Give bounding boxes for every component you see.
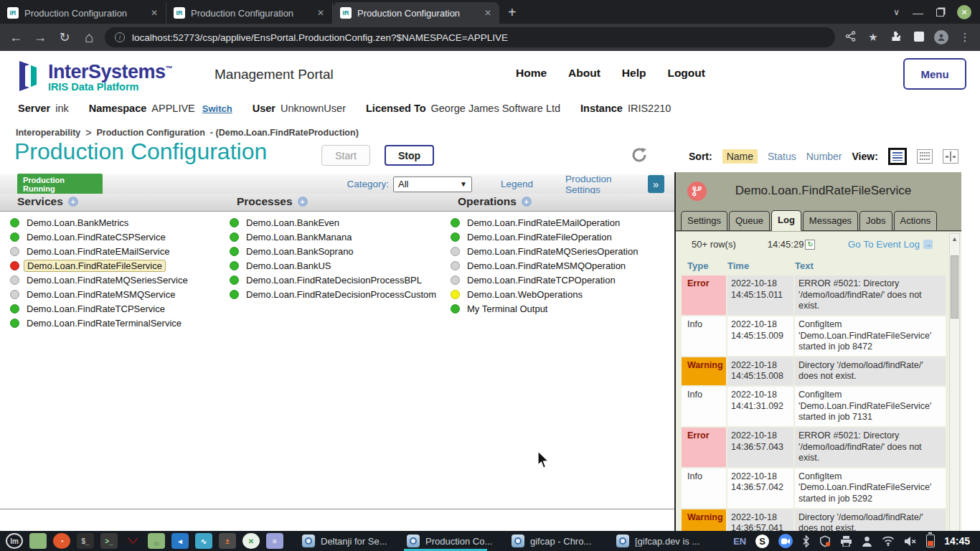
nav-link-help[interactable]: Help: [622, 67, 646, 80]
profile-avatar[interactable]: [934, 30, 950, 44]
category-select[interactable]: All▼: [393, 176, 472, 192]
taskbar-window-button[interactable]: [gifcap.dev is ...: [611, 531, 715, 551]
production-item[interactable]: Demo.Loan.FindRateMSMQOperation: [451, 258, 638, 273]
production-item[interactable]: Demo.Loan.FindRateDecisionProcessBPL: [230, 273, 436, 287]
breadcrumb-page[interactable]: Production Configuration: [96, 128, 204, 138]
production-item[interactable]: Demo.Loan.FindRateTerminalService: [10, 316, 188, 330]
production-item[interactable]: Demo.Loan.FindRateMQSeriesOperation: [451, 244, 638, 258]
production-item[interactable]: Demo.Loan.FindRateMSMQService: [10, 287, 188, 301]
sort-by-name[interactable]: Name: [722, 149, 758, 164]
production-item[interactable]: My Terminal Output: [451, 301, 638, 316]
stop-button[interactable]: Stop: [385, 145, 434, 166]
tab-messages[interactable]: Messages: [803, 211, 858, 230]
extensions-icon[interactable]: [888, 31, 904, 44]
tab-search-icon[interactable]: ∨: [893, 7, 900, 17]
system-monitor-icon[interactable]: ∿: [195, 533, 212, 549]
new-tab-button[interactable]: +: [499, 4, 525, 24]
krita-icon[interactable]: ⟍⟋: [124, 533, 141, 549]
video-app-icon[interactable]: ◄: [171, 533, 189, 549]
file-manager-icon[interactable]: [29, 533, 47, 549]
back-icon[interactable]: ←: [7, 30, 24, 45]
terminal-root-icon[interactable]: >_: [100, 533, 118, 549]
tab-settings[interactable]: Settings: [681, 211, 727, 230]
production-item[interactable]: Demo.Loan.BankMetrics: [10, 215, 188, 230]
clock[interactable]: 14:45: [944, 535, 970, 547]
side-panel-icon[interactable]: [911, 32, 927, 44]
skype-icon[interactable]: S: [755, 534, 769, 548]
nav-link-about[interactable]: About: [568, 67, 600, 80]
production-item[interactable]: Demo.Loan.WebOperations: [451, 287, 638, 301]
log-col-time[interactable]: Time: [727, 260, 793, 271]
production-item[interactable]: Demo.Loan.FindRateCSPService: [10, 230, 188, 244]
switch-link[interactable]: Switch: [202, 103, 232, 114]
close-window-icon[interactable]: ✕: [957, 5, 971, 19]
scrollbar-thumb[interactable]: [951, 255, 958, 319]
taskbar-window-button[interactable]: Production Co...: [401, 531, 506, 551]
production-item[interactable]: Demo.Loan.FindRateTCPService: [10, 301, 188, 316]
add-service-icon[interactable]: +: [68, 197, 78, 207]
production-item[interactable]: Demo.Loan.FindRateFileOperation: [451, 230, 638, 244]
production-item[interactable]: Demo.Loan.FindRateDecisionProcessCustom: [230, 287, 436, 301]
production-settings-link[interactable]: Production Settings: [565, 174, 648, 195]
restore-icon[interactable]: [936, 9, 944, 17]
volume-muted-icon[interactable]: [904, 536, 917, 547]
production-item[interactable]: Demo.Loan.BankEven: [230, 215, 436, 230]
tab-queue[interactable]: Queue: [729, 211, 770, 230]
close-tab-icon[interactable]: ✕: [315, 8, 326, 18]
production-item[interactable]: Demo.Loan.BankManana: [230, 230, 436, 244]
home-icon[interactable]: ⌂: [80, 29, 98, 46]
refresh-log-icon[interactable]: ↻: [805, 240, 815, 250]
notes-icon[interactable]: ≡: [266, 533, 283, 549]
log-row[interactable]: Info2022-10-1814:41:31.092ConfigItem 'De…: [682, 387, 946, 426]
calculator-icon[interactable]: ±: [219, 533, 236, 549]
log-row[interactable]: Info2022-10-1814:36:57.042ConfigItem 'De…: [682, 468, 946, 508]
reload-icon[interactable]: ↻: [56, 29, 73, 45]
vertical-scrollbar[interactable]: ▲ ▼: [949, 233, 960, 551]
nav-link-logout[interactable]: Logout: [667, 67, 705, 80]
start-button[interactable]: Start: [321, 145, 370, 166]
expand-panel-button[interactable]: »: [648, 175, 664, 193]
printer-icon[interactable]: [840, 536, 852, 547]
bookmark-star-icon[interactable]: ★: [865, 31, 881, 44]
bluetooth-icon[interactable]: [802, 535, 810, 547]
wifi-icon[interactable]: [882, 536, 895, 546]
keyboard-layout-indicator[interactable]: EN: [733, 536, 746, 547]
sort-by-number[interactable]: Number: [806, 151, 842, 162]
terminal-icon[interactable]: $_: [77, 533, 94, 549]
browser-tab[interactable]: IRProduction Configuration✕: [166, 2, 333, 24]
production-item[interactable]: Demo.Loan.BankSoprano: [230, 244, 436, 258]
production-item[interactable]: Demo.Loan.FindRateEMailService: [10, 244, 188, 258]
log-row[interactable]: Info2022-10-1814:45:15.009ConfigItem 'De…: [682, 316, 946, 356]
add-process-icon[interactable]: +: [298, 197, 308, 207]
sort-by-status[interactable]: Status: [768, 151, 796, 162]
site-info-icon[interactable]: i: [115, 32, 125, 42]
battery-icon[interactable]: [926, 534, 935, 547]
log-col-type[interactable]: Type: [682, 260, 726, 271]
grid-view-icon[interactable]: [917, 149, 933, 164]
forward-icon[interactable]: →: [32, 30, 49, 45]
user-sessions-icon[interactable]: [862, 536, 872, 547]
go-to-event-log-link[interactable]: Go To Event Log→: [848, 239, 933, 250]
browser-tab[interactable]: IRProduction Configuration✕: [333, 2, 499, 24]
zoom-icon[interactable]: [778, 534, 793, 548]
close-tab-icon[interactable]: ✕: [482, 8, 494, 18]
firewall-shield-icon[interactable]: [819, 535, 831, 547]
add-operation-icon[interactable]: +: [522, 197, 532, 207]
list-view-icon[interactable]: [888, 148, 907, 165]
nav-link-home[interactable]: Home: [516, 67, 547, 80]
pomodoro-icon[interactable]: ◔: [53, 533, 70, 549]
minimize-icon[interactable]: —: [913, 6, 923, 19]
scroll-up-icon[interactable]: ▲: [951, 234, 958, 244]
mint-menu-icon[interactable]: lm: [6, 533, 23, 549]
tab-jobs[interactable]: Jobs: [859, 211, 892, 230]
url-bar[interactable]: i localhost:52773/csp/applive/EnsPortal.…: [105, 27, 835, 47]
split-view-icon[interactable]: [943, 149, 958, 164]
planner-icon[interactable]: ✕: [242, 533, 260, 549]
log-col-text[interactable]: Text: [795, 260, 946, 271]
taskbar-window-button[interactable]: Deltanji for Se...: [296, 531, 401, 551]
legend-link[interactable]: Legend: [501, 179, 533, 189]
production-item[interactable]: Demo.Loan.BankUS: [230, 258, 436, 273]
log-row[interactable]: Warning2022-10-1814:45:15.008Directory '…: [682, 357, 946, 385]
taskbar-window-button[interactable]: gifcap - Chro...: [506, 531, 611, 551]
browser-tab[interactable]: IRProduction Configuration✕: [0, 2, 166, 24]
